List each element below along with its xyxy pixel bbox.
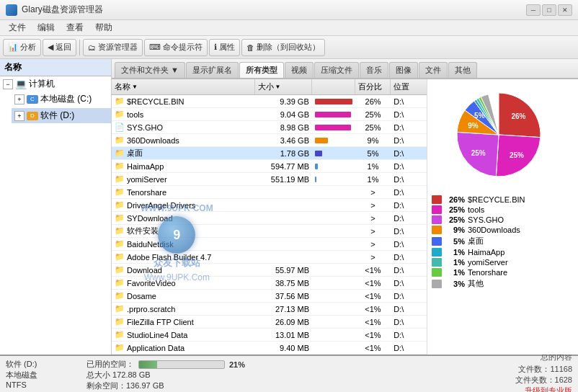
sidebar-item-ddrive[interactable]: + D 软件 (D:): [12, 108, 111, 123]
computer-icon: 💻: [15, 79, 27, 89]
table-row[interactable]: 📁 桌面 1.78 GB 5% D:\: [112, 147, 427, 160]
col-header-pct[interactable]: 百分比: [355, 79, 391, 94]
properties-label: 属性: [219, 42, 235, 53]
cell-pct: 1%: [355, 175, 391, 184]
table-row[interactable]: 📁 .prpro.scratch 27.13 MB <1% D:\: [112, 303, 427, 316]
cell-pct: <1%: [355, 344, 391, 352]
menu-edit[interactable]: 编辑: [32, 20, 61, 35]
col-header-bar: [312, 79, 355, 94]
table-row[interactable]: 📁 tools 9.04 GB 25% D:\: [112, 108, 427, 121]
status-details-row: 总大小 172.88 GB: [86, 370, 507, 380]
folder-icon: 📁: [115, 330, 125, 339]
delete-button[interactable]: 🗑 删除（到回收站）: [241, 39, 325, 56]
table-row[interactable]: 📁 FavoriteVideo 38.75 MB <1% D:\: [112, 277, 427, 290]
table-row[interactable]: 📁 Dosame 37.56 MB <1% D:\: [112, 290, 427, 303]
legend-pct: 1%: [445, 248, 465, 257]
cell-bar: [315, 138, 328, 143]
cmd-button[interactable]: ⌨ 命令提示符: [144, 39, 208, 56]
cell-pct: 26%: [355, 97, 391, 106]
tab-other[interactable]: 其他: [448, 62, 477, 78]
expand-cdrive[interactable]: +: [14, 94, 25, 104]
table-row[interactable]: 📁 360Downloads 3.46 GB 9% D:\: [112, 134, 427, 147]
table-row[interactable]: 📁 BaiduNetdisk > D:\: [112, 238, 427, 251]
cell-name: 📁 BaiduNetdisk: [112, 239, 255, 249]
properties-icon: ℹ: [214, 43, 217, 52]
svg-text:5%: 5%: [474, 112, 485, 120]
col-header-loc[interactable]: 位置: [391, 79, 427, 94]
menu-help[interactable]: 帮助: [89, 20, 118, 35]
table-row[interactable]: 📁 Download 55.97 MB <1% D:\: [112, 264, 427, 277]
menu-view[interactable]: 查看: [61, 20, 89, 35]
tab-archive[interactable]: 压缩文件: [314, 62, 359, 78]
used-label: 已用的空间：: [86, 359, 134, 370]
analyze-label: 分析: [20, 42, 36, 53]
cell-name: 📄 SYS.GHO: [112, 122, 255, 132]
cell-loc: D:\: [391, 188, 427, 197]
folder-icon: 📁: [115, 252, 125, 262]
cell-loc: D:\: [391, 240, 427, 249]
chart-area: 26%25%25%9%5% 26% $RECYCLE.BIN 25% tools…: [427, 79, 578, 355]
table-row[interactable]: 📁 FileZilla FTP Client 26.09 MB <1% D:\: [112, 316, 427, 329]
tab-all[interactable]: 所有类型: [239, 62, 284, 78]
split-view: 名称 ▼ 大小 ▼ 百分比 位置 📁 $RECYCLE.BIN 9.39 GB …: [112, 79, 578, 355]
table-row[interactable]: 📁 软件安装 > D:\: [112, 225, 427, 238]
cell-name: 📁 yomiServer: [112, 174, 255, 184]
cell-name: 📁 StudioLine4 Data: [112, 330, 255, 339]
table-row[interactable]: 📁 HaimaApp 594.77 MB 1% D:\: [112, 160, 427, 173]
cell-bar: [315, 177, 316, 182]
minimize-button[interactable]: ─: [526, 4, 541, 16]
svg-text:9%: 9%: [468, 122, 479, 130]
folder-icon: 📁: [115, 161, 125, 171]
col-header-name[interactable]: 名称 ▼: [112, 79, 255, 94]
table-row[interactable]: 📁 SYDownload > D:\: [112, 212, 427, 225]
upgrade-link[interactable]: 升级到专业版: [525, 386, 572, 392]
cell-loc: D:\: [391, 123, 427, 132]
explorer-button[interactable]: 🗂 资源管理器: [83, 39, 143, 56]
back-button[interactable]: ◀ 返回: [43, 39, 76, 56]
table-row[interactable]: 📁 yomiServer 551.19 MB 1% D:\: [112, 173, 427, 186]
tab-image[interactable]: 图像: [389, 62, 418, 78]
close-button[interactable]: ✕: [558, 4, 572, 16]
tab-file[interactable]: 文件: [419, 62, 448, 78]
table-row[interactable]: 📁 DriverAngel Drivers > D:\: [112, 199, 427, 212]
cell-name: 📁 Dosame: [112, 291, 255, 300]
tab-music[interactable]: 音乐: [360, 62, 388, 78]
expand-computer[interactable]: −: [3, 79, 13, 89]
legend-item: 25% tools: [432, 205, 574, 215]
status-space-info: 已用的空间： 21% 总大小 172.88 GB 剩余空间：136.97 GB: [86, 359, 507, 389]
legend-pct: 5%: [445, 237, 465, 246]
legend-item: 3% 其他: [432, 277, 574, 290]
folder-icon: 📁: [115, 278, 125, 288]
table-row[interactable]: 📁 Application Data 9.40 MB <1% D:\: [112, 342, 427, 355]
ddrive-icon: D: [27, 112, 38, 120]
col-header-size[interactable]: 大小 ▼: [255, 79, 312, 94]
cell-pct: >: [355, 188, 391, 197]
table-row[interactable]: 📁 $RECYCLE.BIN 9.39 GB 26% D:\: [112, 95, 427, 108]
cell-size: 55.97 MB: [255, 266, 312, 275]
menu-file[interactable]: 文件: [3, 20, 32, 35]
legend-color: [432, 280, 442, 288]
cell-size: 9.39 GB: [254, 97, 311, 106]
analyze-button[interactable]: 📊 分析: [3, 39, 41, 56]
tab-folder[interactable]: 文件和文件夹 ▼: [115, 62, 185, 78]
cell-name: 📁 360Downloads: [112, 135, 255, 145]
cell-pct: >: [355, 240, 391, 249]
table-row[interactable]: 📁 Adobe Flash Builder 4.7 > D:\: [112, 251, 427, 264]
table-row[interactable]: 📁 Tenorshare > D:\: [112, 186, 427, 199]
legend-color: [432, 248, 442, 257]
cell-pct: <1%: [355, 266, 391, 275]
cell-loc: D:\: [391, 305, 427, 313]
tab-video[interactable]: 视频: [285, 62, 314, 78]
cell-pct: >: [355, 227, 391, 236]
maximize-button[interactable]: □: [542, 4, 556, 16]
table-row[interactable]: 📁 StudioLine4 Data 13.01 MB <1% D:\: [112, 329, 427, 342]
tab-folder-label: 文件和文件夹 ▼: [121, 65, 179, 76]
expand-ddrive[interactable]: +: [14, 111, 25, 121]
sidebar-item-cdrive[interactable]: + C 本地磁盘 (C:): [12, 92, 111, 107]
table-row[interactable]: 📄 SYS.GHO 8.98 GB 25% D:\: [112, 121, 427, 134]
svg-text:25%: 25%: [510, 151, 524, 159]
sidebar-item-computer[interactable]: − 💻 计算机: [0, 76, 111, 92]
properties-button[interactable]: ℹ 属性: [209, 39, 240, 56]
tab-ext[interactable]: 显示扩展名: [186, 62, 239, 78]
cell-size: 38.75 MB: [255, 279, 312, 288]
